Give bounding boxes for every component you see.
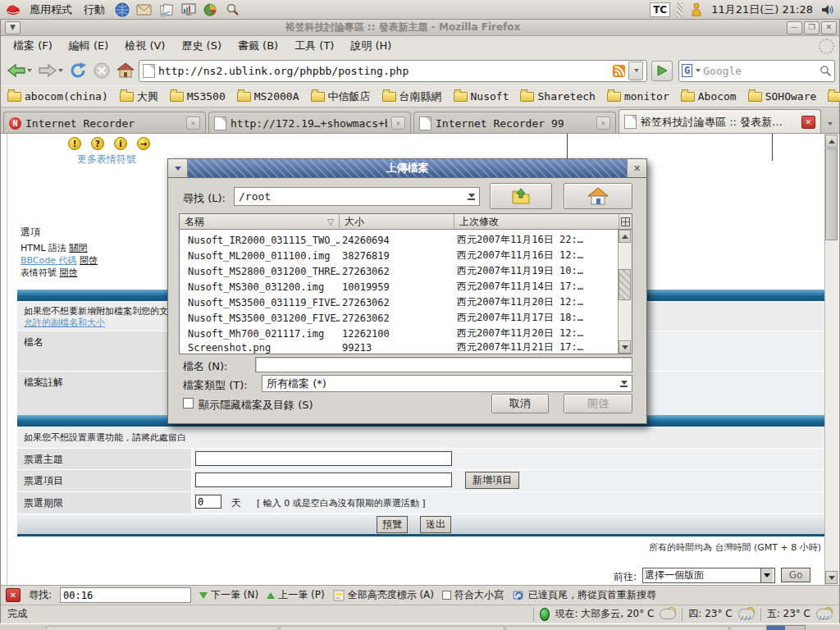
find-input[interactable] bbox=[60, 587, 191, 603]
scrollbar-thumb[interactable] bbox=[825, 148, 838, 240]
smiley-question[interactable]: ? bbox=[91, 137, 104, 150]
forward-dropdown-icon[interactable] bbox=[58, 69, 63, 72]
web-browser-icon[interactable] bbox=[114, 2, 130, 17]
bookmark-item[interactable]: 大興 bbox=[120, 89, 158, 104]
taskbar-window-button[interactable] bbox=[280, 626, 504, 630]
poll-length-input[interactable] bbox=[195, 495, 221, 509]
active-workspace[interactable] bbox=[767, 626, 785, 630]
window-titlebar[interactable]: ▼ 裕笠科技討論專區 :: 發表新主題 - Mozilla Firefox — … bbox=[1, 20, 839, 36]
url-bar[interactable]: http://ns2.ublink.org/phpbb/posting.php bbox=[139, 60, 647, 82]
scroll-down-button[interactable] bbox=[825, 571, 838, 584]
menu-file[interactable]: 檔案 (F) bbox=[6, 37, 60, 55]
tab-close-icon[interactable]: ✕ bbox=[801, 116, 815, 129]
bookmark-item[interactable]: Nusoft bbox=[454, 90, 509, 103]
find-prev-button[interactable]: 上一筆 (P) bbox=[267, 588, 324, 602]
search-engine-icon[interactable]: G bbox=[682, 64, 692, 77]
bookmark-item[interactable]: MS3500 bbox=[170, 90, 226, 103]
maximize-button[interactable]: ❒ bbox=[804, 21, 819, 34]
reload-button[interactable] bbox=[67, 60, 89, 82]
file-row[interactable]: Nusoft_MS3500_031119_FIVE…27263062西元2007… bbox=[180, 294, 619, 310]
tab-close-icon[interactable]: ✕ bbox=[596, 116, 610, 130]
dialog-filename-input[interactable] bbox=[255, 357, 632, 372]
bookmark-item[interactable]: SOHOware bbox=[748, 90, 817, 103]
stop-button[interactable] bbox=[91, 60, 112, 82]
bookmark-item[interactable]: IR bbox=[828, 90, 840, 103]
url-text[interactable]: http://ns2.ublink.org/phpbb/posting.php bbox=[158, 65, 609, 77]
checkbox-icon[interactable] bbox=[442, 591, 451, 600]
option-smiley-toggle[interactable]: 開啓 bbox=[60, 267, 78, 278]
menu-history[interactable]: 歷史 (S) bbox=[174, 37, 229, 55]
scroll-up-button[interactable] bbox=[825, 135, 838, 148]
back-button[interactable] bbox=[5, 60, 34, 82]
column-options-button[interactable] bbox=[619, 214, 632, 230]
menu-tools[interactable]: 工具 (T) bbox=[287, 37, 341, 55]
poll-option-input[interactable] bbox=[195, 472, 452, 487]
menu-bookmarks[interactable]: 書籤 (B) bbox=[231, 37, 285, 55]
tab-internet-recorder-99[interactable]: Internet Recorder 99 ✕ bbox=[413, 112, 616, 134]
dialog-menu-button[interactable] bbox=[168, 159, 188, 177]
scroll-up-button[interactable] bbox=[619, 230, 631, 243]
forward-button[interactable] bbox=[36, 60, 65, 82]
findbar-close-button[interactable]: ✕ bbox=[6, 588, 21, 602]
minimize-button[interactable]: — bbox=[787, 21, 802, 34]
forum-jump-select[interactable]: 選擇一個版面 bbox=[642, 568, 775, 583]
taskbar-window-button[interactable] bbox=[46, 626, 279, 630]
file-row[interactable]: Nusoft_ML2000_011100.img38276819西元2007年1… bbox=[180, 248, 619, 263]
menu-view[interactable]: 檢視 (V) bbox=[117, 37, 172, 55]
search-box[interactable]: G Google bbox=[678, 60, 835, 82]
forecast-friday[interactable]: 五: 23° C bbox=[767, 607, 810, 621]
option-bbcode-link[interactable]: BBCode 代碼 bbox=[21, 255, 77, 266]
option-bbcode-toggle[interactable]: 開啓 bbox=[80, 255, 98, 266]
email-icon[interactable] bbox=[136, 2, 152, 17]
attachment-ext-link[interactable]: 允許的副檔名和大小 bbox=[24, 317, 105, 329]
bookmark-item[interactable]: monitor bbox=[607, 90, 669, 103]
poll-title-input[interactable] bbox=[195, 451, 452, 466]
search-icon[interactable] bbox=[225, 2, 240, 17]
file-row[interactable]: Screenshot.png99213西元2007年11月21日 17:… bbox=[180, 340, 619, 355]
bookmark-item[interactable]: Sharetech bbox=[520, 90, 595, 103]
home-folder-button[interactable] bbox=[564, 183, 632, 209]
search-engine-dropdown-icon[interactable] bbox=[696, 69, 701, 72]
applet-handle[interactable] bbox=[677, 2, 682, 17]
find-next-button[interactable]: 下一筆 (N) bbox=[199, 588, 258, 602]
back-dropdown-icon[interactable] bbox=[27, 69, 32, 72]
window-menu-button[interactable]: ▼ bbox=[5, 21, 21, 34]
pie-chart-icon[interactable] bbox=[203, 2, 218, 17]
volume-icon[interactable] bbox=[819, 2, 835, 17]
taskbar-window-button[interactable] bbox=[505, 626, 729, 630]
tab-close-icon[interactable]: ✕ bbox=[186, 116, 200, 130]
preview-button[interactable]: 預覽 bbox=[377, 516, 408, 533]
forecast-thursday[interactable]: 四: 23° C bbox=[688, 607, 732, 621]
file-row[interactable]: Nusoft_IR2000_031115_TWO_…24260694西元2007… bbox=[180, 232, 619, 248]
rss-icon[interactable] bbox=[613, 65, 625, 77]
create-folder-button[interactable] bbox=[490, 183, 552, 209]
open-button[interactable]: 開啓 bbox=[564, 394, 632, 413]
more-smilies-link[interactable]: 更多表情符號 bbox=[77, 153, 136, 167]
file-list-scrollbar[interactable] bbox=[618, 230, 632, 354]
bookmark-item[interactable]: 中信飯店 bbox=[311, 89, 371, 104]
cancel-button[interactable]: 取消 bbox=[491, 394, 549, 413]
menu-edit[interactable]: 編輯 (E) bbox=[62, 37, 116, 55]
tab-close-icon[interactable]: ✕ bbox=[391, 116, 405, 130]
smiley-arrow[interactable]: → bbox=[137, 137, 150, 150]
bookmark-item[interactable]: 台南縣網 bbox=[382, 89, 442, 104]
smiley-idea[interactable]: i bbox=[114, 137, 127, 150]
column-header-name[interactable]: 名稱 ▽ bbox=[180, 214, 340, 230]
bookmark-item[interactable]: Abocom bbox=[681, 90, 737, 103]
weather-status-led[interactable] bbox=[540, 608, 550, 621]
input-method-indicator[interactable]: TC bbox=[650, 2, 670, 17]
tab-showmacs[interactable]: http://172.19…+showmacs+br0 ✕ bbox=[208, 112, 411, 134]
scroll-down-button[interactable] bbox=[619, 340, 631, 354]
system-monitor-icon[interactable] bbox=[180, 2, 196, 17]
option-html-toggle[interactable]: 關閉 bbox=[70, 243, 88, 253]
file-row[interactable]: Nusoft_MS3500_031200_FIVE…27263062西元2007… bbox=[180, 310, 619, 326]
bookmark-item[interactable]: abocom(china) bbox=[7, 90, 108, 103]
dialog-filetype-combo[interactable]: 所有檔案 (*) bbox=[262, 375, 632, 392]
url-dropdown-button[interactable] bbox=[628, 62, 643, 80]
go-button[interactable] bbox=[651, 61, 673, 81]
documents-icon[interactable] bbox=[158, 2, 174, 17]
dialog-titlebar[interactable]: 上傳檔案 ✕ bbox=[168, 159, 646, 178]
applications-menu[interactable]: 應用程式 bbox=[27, 2, 75, 17]
workspace-switcher[interactable] bbox=[766, 625, 806, 630]
jump-go-button[interactable]: Go bbox=[781, 568, 810, 582]
